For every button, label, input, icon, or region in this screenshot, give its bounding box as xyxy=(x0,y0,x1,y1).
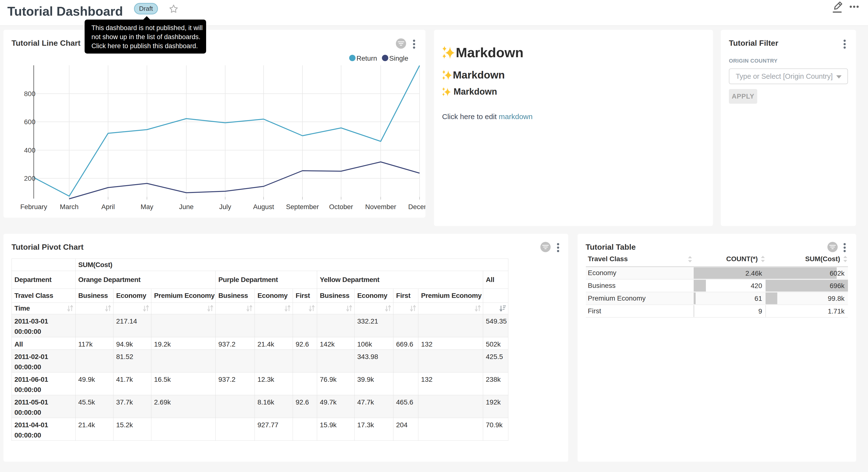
svg-text:600: 600 xyxy=(24,118,35,126)
svg-text:400: 400 xyxy=(24,147,35,154)
svg-text:November: November xyxy=(365,203,396,211)
svg-text:200: 200 xyxy=(24,175,35,182)
svg-text:Return: Return xyxy=(356,55,377,62)
svg-text:July: July xyxy=(219,203,231,211)
svg-text:April: April xyxy=(101,203,115,211)
svg-text:October: October xyxy=(329,203,353,211)
svg-text:Single: Single xyxy=(389,55,408,62)
svg-text:June: June xyxy=(179,203,194,211)
svg-text:February: February xyxy=(20,203,47,211)
svg-text:December: December xyxy=(408,203,426,211)
svg-text:September: September xyxy=(286,203,319,211)
svg-text:August: August xyxy=(253,203,274,211)
svg-text:May: May xyxy=(141,203,153,211)
svg-text:March: March xyxy=(60,203,79,211)
svg-text:800: 800 xyxy=(24,90,35,97)
